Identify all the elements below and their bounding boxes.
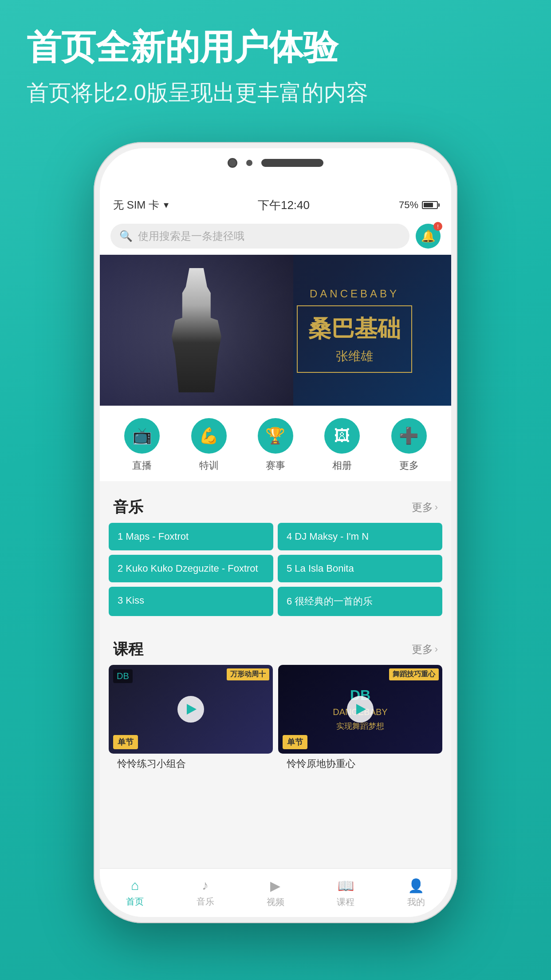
course-play-btn-1[interactable] <box>177 696 204 723</box>
nav-home-label: 首页 <box>126 896 144 908</box>
category-more-label: 更多 <box>399 459 419 472</box>
notification-badge: ! <box>433 222 442 231</box>
play-icon-1 <box>187 704 197 715</box>
phone-screen: 无 SIM 卡 ▾ 下午12:40 75% 🔍 使用搜索 <box>100 148 451 917</box>
category-album[interactable]: 🖼 相册 <box>324 418 360 472</box>
hero-title: 首页全新的用户体验 <box>27 27 524 68</box>
nav-mine[interactable]: 👤 我的 <box>407 878 425 908</box>
category-row: 📺 直播 💪 特训 🏆 赛事 🖼 相册 <box>100 406 451 481</box>
wifi-icon: ▾ <box>164 199 169 211</box>
course-card-2-inner: DB DANCEBABY 实现舞蹈梦想 舞蹈技巧重心 单节 <box>278 665 442 754</box>
nav-music[interactable]: ♪ 音乐 <box>197 878 214 908</box>
banner-title: 桑巴基础 <box>308 313 401 344</box>
nav-course[interactable]: 📖 课程 <box>337 878 354 908</box>
category-live[interactable]: 📺 直播 <box>124 418 160 472</box>
status-bar: 无 SIM 卡 ▾ 下午12:40 75% <box>100 193 451 217</box>
battery-icon <box>422 201 438 209</box>
music-grid: 1 Maps - Foxtrot 4 DJ Maksy - I'm N 2 Ku… <box>100 523 451 623</box>
music-icon: ♪ <box>202 878 209 893</box>
front-camera-dot <box>246 160 252 166</box>
person-silhouette <box>161 268 232 392</box>
mine-icon: 👤 <box>408 878 424 893</box>
course-2-topbar: 舞蹈技巧重心 <box>389 668 439 680</box>
phone-frame: 无 SIM 卡 ▾ 下午12:40 75% 🔍 使用搜索 <box>94 142 457 923</box>
music-item-1[interactable]: 1 Maps - Foxtrot <box>109 523 273 550</box>
music-more-chevron: › <box>435 502 438 513</box>
notification-button[interactable]: 🔔 ! <box>416 224 441 249</box>
bottom-nav: ⌂ 首页 ♪ 音乐 ▶ 视频 📖 课程 <box>100 868 451 917</box>
category-competition-icon: 🏆 <box>258 418 293 454</box>
music-item-4[interactable]: 4 DJ Maksy - I'm N <box>278 523 442 550</box>
camera-lens <box>228 158 237 168</box>
nav-video-label: 视频 <box>267 896 284 908</box>
banner-instructor: 张维雄 <box>308 348 401 365</box>
battery-fill <box>424 203 433 207</box>
category-live-label: 直播 <box>132 459 152 472</box>
search-icon: 🔍 <box>119 230 133 242</box>
search-placeholder: 使用搜索是一条捷径哦 <box>138 229 244 243</box>
screen-content: 无 SIM 卡 ▾ 下午12:40 75% 🔍 使用搜索 <box>100 193 451 917</box>
carrier-text: 无 SIM 卡 <box>113 198 159 212</box>
music-more-label: 更多 <box>412 500 433 514</box>
course-section-title: 课程 <box>113 639 143 660</box>
battery-percentage: 75% <box>399 199 418 211</box>
course-icon: 📖 <box>338 878 354 893</box>
category-competition-label: 赛事 <box>266 459 285 472</box>
category-more[interactable]: ➕ 更多 <box>391 418 427 472</box>
course-1-logo: DB <box>113 669 133 683</box>
category-training-icon: 💪 <box>191 418 227 454</box>
course-1-title: 怜怜练习小组合 <box>109 754 273 772</box>
phone-speaker <box>261 159 323 167</box>
course-card-1[interactable]: 万形动周十 单节 DB 怜怜练习小组合 <box>109 665 273 772</box>
play-icon-2 <box>356 704 366 715</box>
banner[interactable]: DANCEBABY 桑巴基础 张维雄 <box>100 255 451 406</box>
nav-video[interactable]: ▶ 视频 <box>267 878 284 908</box>
hero-subtitle: 首页将比2.0版呈现出更丰富的内容 <box>27 77 524 108</box>
home-icon: ⌂ <box>131 878 139 893</box>
video-icon: ▶ <box>270 878 280 893</box>
music-section-title: 音乐 <box>113 497 143 518</box>
music-section: 音乐 更多 › 1 Maps - Foxtrot 4 DJ Maksy - I'… <box>100 488 451 623</box>
course-section: 课程 更多 › <box>100 630 451 781</box>
category-more-icon: ➕ <box>391 418 427 454</box>
category-album-icon: 🖼 <box>324 418 360 454</box>
music-item-6[interactable]: 6 很经典的一首的乐 <box>278 587 442 616</box>
search-bar-wrapper: 🔍 使用搜索是一条捷径哦 🔔 ! <box>100 217 451 255</box>
music-more-button[interactable]: 更多 › <box>412 500 438 514</box>
nav-mine-label: 我的 <box>407 896 425 908</box>
phone-camera <box>228 158 323 168</box>
banner-person-image <box>100 255 293 406</box>
status-left: 无 SIM 卡 ▾ <box>113 198 169 212</box>
status-right: 75% <box>399 199 438 211</box>
category-competition[interactable]: 🏆 赛事 <box>258 418 293 472</box>
music-item-5[interactable]: 5 La Isla Bonita <box>278 555 442 582</box>
category-album-label: 相册 <box>332 459 352 472</box>
nav-music-label: 音乐 <box>197 896 214 908</box>
course-2-badge: 单节 <box>283 735 307 749</box>
music-section-header: 音乐 更多 › <box>100 488 451 523</box>
course-1-badge: 单节 <box>113 735 138 749</box>
bell-icon: 🔔 <box>421 229 435 243</box>
course-play-btn-2[interactable] <box>347 696 374 723</box>
course-card-2[interactable]: DB DANCEBABY 实现舞蹈梦想 舞蹈技巧重心 单节 <box>278 665 442 772</box>
course-1-topbar: 万形动周十 <box>227 668 269 680</box>
status-time: 下午12:40 <box>258 198 310 213</box>
search-input-container[interactable]: 🔍 使用搜索是一条捷径哦 <box>110 224 409 249</box>
course-2-title: 怜怜原地协重心 <box>278 754 442 772</box>
banner-bordered-text: 桑巴基础 张维雄 <box>297 305 412 373</box>
nav-home[interactable]: ⌂ 首页 <box>126 878 144 908</box>
music-item-2[interactable]: 2 Kuko Kuko Dzeguzite - Foxtrot <box>109 555 273 582</box>
course-more-chevron: › <box>435 644 438 655</box>
course-card-1-inner: 万形动周十 单节 DB <box>109 665 273 754</box>
course-grid: 万形动周十 单节 DB 怜怜练习小组合 DB <box>100 665 451 781</box>
category-training[interactable]: 💪 特训 <box>191 418 227 472</box>
hero-section: 首页全新的用户体验 首页将比2.0版呈现出更丰富的内容 <box>27 27 524 108</box>
banner-brand: DANCEBABY <box>310 288 399 300</box>
banner-content: DANCEBABY 桑巴基础 张维雄 <box>267 255 442 406</box>
category-training-label: 特训 <box>199 459 219 472</box>
nav-course-label: 课程 <box>337 896 354 908</box>
course-section-header: 课程 更多 › <box>100 630 451 665</box>
course-more-label: 更多 <box>412 642 433 656</box>
course-more-button[interactable]: 更多 › <box>412 642 438 656</box>
music-item-3[interactable]: 3 Kiss <box>109 587 273 616</box>
